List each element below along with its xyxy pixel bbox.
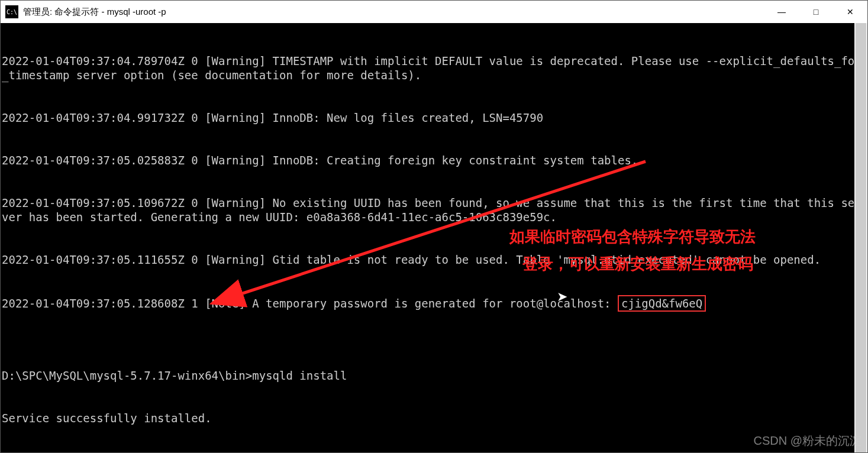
scrollbar[interactable] (854, 23, 867, 452)
scrollbar-thumb[interactable] (856, 23, 866, 452)
log-line: 2022-01-04T09:37:05.109672Z 0 [Warning] … (2, 196, 866, 224)
maximize-button[interactable]: □ (799, 1, 833, 23)
temp-password: cjigQd&fw6eQ (618, 295, 706, 312)
close-button[interactable]: ✕ (833, 1, 867, 23)
title-bar[interactable]: C:\ 管理员: 命令提示符 - mysql -uroot -p — □ ✕ (1, 1, 867, 24)
annotation-text-line1: 如果临时密码包含特殊字符导致无法 (509, 226, 756, 247)
window-title: 管理员: 命令提示符 - mysql -uroot -p (23, 7, 166, 18)
log-line: 2022-01-04T09:37:04.991732Z 0 [Warning] … (2, 111, 866, 125)
app-icon: C:\ (5, 5, 18, 18)
mouse-cursor-icon: ➤ (557, 289, 567, 305)
cmd-window: C:\ 管理员: 命令提示符 - mysql -uroot -p — □ ✕ 2… (0, 0, 868, 453)
watermark: CSDN @粉未的沉淀 (753, 433, 861, 449)
log-line: 2022-01-04T09:37:05.025883Z 0 [Warning] … (2, 153, 866, 167)
log-line: 2022-01-04T09:37:05.128608Z 1 [Note] A t… (2, 295, 866, 312)
annotation-text-line2: 登录，可以重新安装重新生成密码 (522, 254, 753, 274)
log-line: 2022-01-04T09:37:04.789704Z 0 [Warning] … (2, 54, 866, 82)
minimize-button[interactable]: — (764, 1, 799, 23)
prompt-line: D:\SPC\MySQL\mysql-5.7.17-winx64\bin>mys… (2, 368, 866, 383)
log-line: Service successfully installed. (2, 411, 866, 425)
